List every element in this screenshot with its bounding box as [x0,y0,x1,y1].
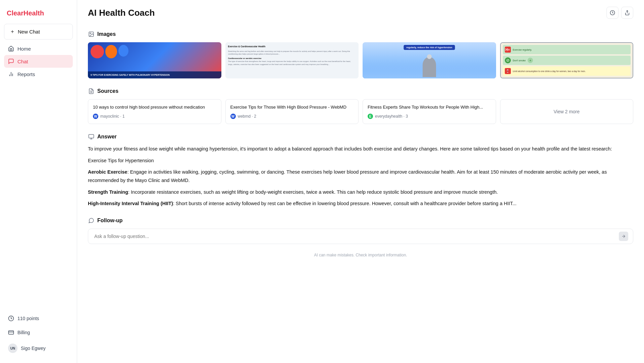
svg-rect-4 [9,331,14,335]
followup-submit-button[interactable] [619,232,628,241]
avatar: UN [8,344,17,353]
points-icon [8,315,14,321]
followup-heading: Follow-up [88,217,633,224]
page-title: AI Health Coach [88,8,155,18]
view-more-card[interactable]: View 2 more [500,99,634,124]
source-card-1[interactable]: 10 ways to control high blood pressure w… [88,99,221,124]
sidebar-item-home[interactable]: Home [4,42,73,55]
source-favicon-2: W [230,114,236,119]
history-button[interactable] [606,7,619,19]
source-card-3[interactable]: Fitness Experts Share Top Workouts for P… [363,99,496,124]
billing-item[interactable]: Billing [4,326,73,339]
followup-input[interactable] [94,234,617,239]
header-actions [606,7,633,19]
images-section: Images 9 TIPS FOR EXERCISING SAFELY WITH… [88,31,633,78]
points-label: 110 points [17,316,39,321]
main-content: AI Health Coach [77,0,644,363]
image-card-3[interactable]: regularly, reduce the risk of hypertensi… [363,42,496,78]
source-title-3: Fitness Experts Share Top Workouts for P… [368,104,491,110]
chat-label: Chat [17,59,28,64]
tip3-text: : Short bursts of intense activity follo… [173,201,517,206]
source-favicon-3: E [368,114,373,119]
view-more-label: View 2 more [553,109,580,114]
followup-section: Follow-up [88,217,633,244]
home-label: Home [17,46,31,52]
tip3-bold: High-Intensity Interval Training (HIIT) [88,201,173,206]
followup-icon [88,217,95,224]
sources-section: Sources 10 ways to control high blood pr… [88,88,633,124]
answer-tip-2: Strength Training: Incorporate resistanc… [88,188,633,196]
content-area: Images 9 TIPS FOR EXERCISING SAFELY WITH… [77,24,644,363]
source-title-2: Exercise Tips for Those With High Blood … [230,104,354,110]
points-item[interactable]: 110 points [4,312,73,325]
images-icon [88,31,95,38]
sidebar-item-chat[interactable]: Chat [4,55,73,68]
plus-icon: ＋ [10,28,15,35]
user-name: Sigo Egwey [21,346,46,351]
sources-heading: Sources [88,88,633,95]
billing-icon [8,329,14,336]
home-icon [8,46,14,52]
source-site-1: mayoclinic · 1 [100,114,125,119]
app-logo: ClearHealth [4,7,73,24]
tip2-text: : Incorporate resistance exercises, such… [128,189,498,195]
disclaimer: AI can make mistakes. Check important in… [88,249,633,261]
sidebar-item-reports[interactable]: Reports [4,68,73,80]
answer-heading: Answer [88,133,633,140]
new-chat-button[interactable]: ＋ New Chat [4,24,73,40]
sources-heading-text: Sources [97,88,118,94]
answer-tip-3: High-Intensity Interval Training (HIIT):… [88,199,633,208]
reports-label: Reports [17,71,35,77]
source-meta-1: W mayoclinic · 1 [93,114,216,119]
image-card-2[interactable]: Exercise & Cardiovascular Health Stretch… [225,42,359,78]
answer-heading-text: Answer [97,134,117,140]
svg-point-9 [90,33,91,34]
followup-heading-text: Follow-up [97,218,123,224]
tip1-text: : Engage in activities like walking, jog… [88,169,607,183]
new-chat-label: New Chat [18,29,40,35]
tip1-bold: Aerobic Exercise [88,169,127,175]
billing-label: Billing [17,330,30,335]
tip2-bold: Strength Training [88,189,128,195]
sources-grid: 10 ways to control high blood pressure w… [88,99,633,124]
source-site-2: webmd · 2 [238,114,256,119]
images-heading: Images [88,31,633,38]
main-nav: Home Chat Reports [4,42,73,80]
source-favicon-1: W [93,114,98,119]
source-meta-3: E everydayhealth · 3 [368,114,491,119]
source-site-3: everydayhealth · 3 [375,114,408,119]
images-heading-text: Images [97,31,116,37]
svg-rect-12 [89,134,94,138]
source-title-1: 10 ways to control high blood pressure w… [93,104,216,110]
answer-tip-1: Aerobic Exercise: Engage in activities l… [88,168,633,184]
image-card-4[interactable]: H+ Exercise regularly. ⊘ Don't smoke + 🍷… [500,42,634,78]
images-grid: 9 TIPS FOR EXERCISING SAFELY WITH PULMON… [88,42,633,78]
sources-icon [88,88,95,95]
answer-text: To improve your fitness and lose weight … [88,145,633,208]
user-item[interactable]: UN Sigo Egwey [4,340,73,356]
answer-subtitle: Exercise Tips for Hypertension [88,157,633,165]
share-button[interactable] [621,7,633,19]
answer-icon [88,133,95,140]
reports-icon [8,71,14,77]
source-meta-2: W webmd · 2 [230,114,354,119]
followup-input-wrap [88,229,633,244]
answer-section: Answer To improve your fitness and lose … [88,133,633,208]
sidebar-bottom: 110 points Billing UN Sigo Egwey [4,312,73,356]
image-card-1[interactable]: 9 TIPS FOR EXERCISING SAFELY WITH PULMON… [88,42,221,78]
answer-intro: To improve your fitness and lose weight … [88,145,633,153]
source-card-2[interactable]: Exercise Tips for Those With High Blood … [225,99,359,124]
sidebar: ClearHealth ＋ New Chat Home Chat [0,0,77,363]
page-header: AI Health Coach [77,0,644,24]
chat-icon [8,58,14,64]
